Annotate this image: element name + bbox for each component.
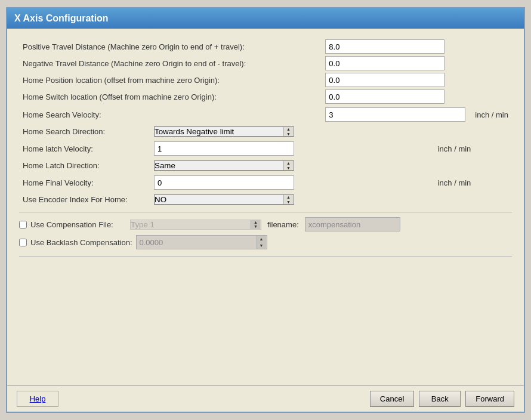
positive-travel-label: Positive Travel Distance (Machine zero O… [19,38,322,55]
home-latch-direction-label: Home Latch Direction: [19,158,150,173]
home-final-velocity-row: Home Final Velocity: inch / min [19,173,512,192]
back-button[interactable]: Back [419,391,461,407]
title-bar: X Axis Configuration [7,8,524,29]
use-backlash-row: Use Backlash Compensation: ▲ ▼ [19,235,512,249]
home-switch-label: Home Switch location (Offset from machin… [19,88,322,105]
home-latch-velocity-unit: inch / min [434,139,512,158]
backlash-wrapper: ▲ ▼ [136,235,267,249]
divider-2 [19,257,512,257]
compensation-section: Use Compensation File: Type 1 Type 2 ▲ ▼ [19,217,512,249]
home-search-velocity-row: Home Search Velocity: inch / min [19,105,512,124]
home-position-value-cell [322,72,512,88]
filename-input[interactable] [305,217,400,231]
home-position-row: Home Position location (offset from mach… [19,72,512,88]
home-latch-velocity-row: Home latch Velocity: inch / min [19,139,512,158]
cancel-button[interactable]: Cancel [370,391,414,407]
help-button[interactable]: Help [17,391,58,407]
footer: Help Cancel Back Forward [7,385,524,412]
home-switch-row: Home Switch location (Offset from machin… [19,88,512,105]
negative-travel-label: Negative Travel Distance (Machine zero O… [19,55,322,72]
home-search-velocity-unit: inch / min [470,110,508,119]
home-switch-input[interactable] [325,89,444,104]
home-final-velocity-label: Home Final Velocity: [19,173,150,192]
home-search-velocity-cell: inch / min [322,105,512,124]
home-position-label: Home Position location (offset from mach… [19,72,322,88]
home-final-velocity-input[interactable] [154,175,294,190]
home-latch-direction-row: Home Latch Direction: Same Opposite ▲ ▼ [19,158,512,173]
negative-travel-value-cell [322,55,512,72]
negative-travel-input[interactable] [325,56,444,70]
home-search-direction-cell: Towards Negative limit Towards Positive … [150,124,434,139]
compensation-type-select[interactable]: Type 1 Type 2 [130,220,261,230]
use-backlash-label: Use Backlash Compensation: [19,238,132,247]
mid-form: Home Search Direction: Towards Negative … [19,124,512,207]
home-search-direction-select[interactable]: Towards Negative limit Towards Positive … [154,126,294,137]
home-final-velocity-unit: inch / min [434,173,512,192]
use-encoder-wrapper: NO YES ▲ ▼ [154,194,294,205]
filename-label: filename: [261,220,305,229]
home-switch-value-cell [322,88,512,105]
home-search-direction-label: Home Search Direction: [19,124,150,139]
home-latch-velocity-input[interactable] [154,141,294,156]
backlash-input[interactable] [136,235,267,249]
use-encoder-label: Use Encoder Index For Home: [19,192,150,207]
home-search-velocity-label: Home Search Velocity: [19,105,322,124]
positive-travel-input[interactable] [325,39,444,54]
negative-travel-row: Negative Travel Distance (Machine zero O… [19,55,512,72]
home-latch-direction-wrapper: Same Opposite ▲ ▼ [154,160,294,171]
compensation-type-wrapper: Type 1 Type 2 ▲ ▼ [130,220,261,230]
home-latch-velocity-label: Home latch Velocity: [19,139,150,158]
use-compensation-checkbox[interactable] [19,221,27,228]
home-search-velocity-input[interactable] [325,107,465,122]
content-area: Positive Travel Distance (Machine zero O… [7,29,524,385]
positive-travel-value-cell [322,38,512,55]
forward-button[interactable]: Forward [465,391,514,407]
home-final-velocity-cell [150,173,434,192]
config-form: Positive Travel Distance (Machine zero O… [19,38,512,124]
use-encoder-cell: NO YES ▲ ▼ [150,192,434,207]
home-latch-direction-cell: Same Opposite ▲ ▼ [150,158,434,173]
footer-right: Cancel Back Forward [370,391,514,407]
window-title: X Axis Configuration [14,13,109,23]
home-search-direction-wrapper: Towards Negative limit Towards Positive … [154,126,294,137]
positive-travel-row: Positive Travel Distance (Machine zero O… [19,38,512,55]
home-latch-direction-select[interactable]: Same Opposite [154,160,294,171]
use-compensation-row: Use Compensation File: Type 1 Type 2 ▲ ▼ [19,217,512,231]
home-position-input[interactable] [325,73,444,87]
home-latch-velocity-cell [150,139,434,158]
divider-1 [19,212,512,212]
use-encoder-row: Use Encoder Index For Home: NO YES ▲ ▼ [19,192,512,207]
use-backlash-checkbox[interactable] [19,239,27,246]
use-compensation-label: Use Compensation File: [19,220,126,229]
use-encoder-select[interactable]: NO YES [154,194,294,205]
home-search-direction-row: Home Search Direction: Towards Negative … [19,124,512,139]
main-window: X Axis Configuration Positive Travel Dis… [6,7,525,413]
footer-left: Help [17,391,58,407]
